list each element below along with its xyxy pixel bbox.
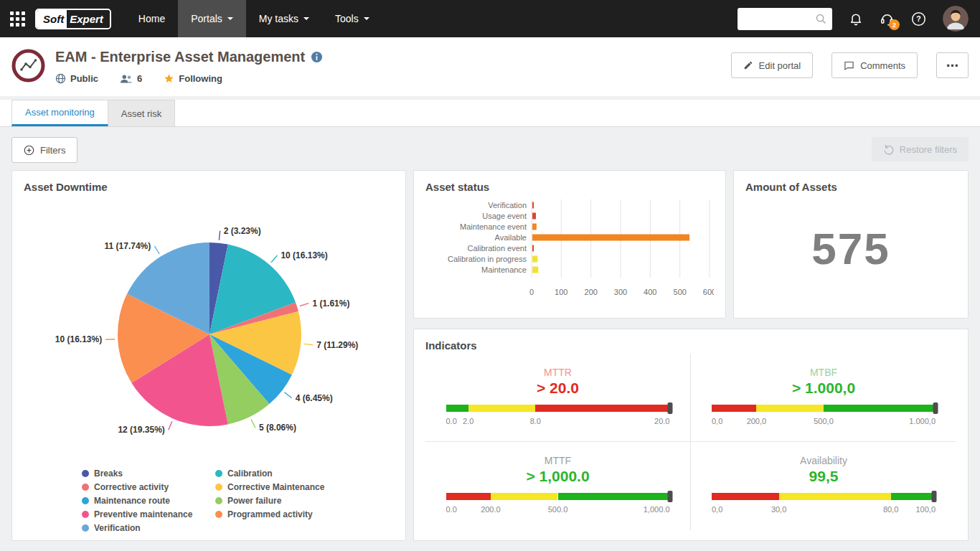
tab-asset-monitoring[interactable]: Asset monitoring — [11, 100, 108, 126]
mttr-gauge: 0.02.08.020.0 — [446, 405, 670, 427]
pie-label-line — [154, 246, 159, 254]
filters-button[interactable]: Filters — [11, 137, 77, 163]
pie-legend-column-2: CalibrationCorrective MaintenancePower f… — [215, 468, 336, 533]
portal-meta: Public 6 Following — [55, 73, 323, 84]
legend-label: Preventive maintenance — [94, 509, 192, 519]
pie-slice-value-label: 10 (16.13%) — [55, 334, 102, 344]
pie-slice-value-label: 2 (3.23%) — [224, 226, 261, 236]
indicator-value: > 20.0 — [425, 380, 690, 397]
softexpert-logo[interactable]: Soft Expert — [35, 9, 111, 29]
gauge-scale: 0.0200.0500.01,000.0 — [446, 505, 670, 515]
navbar-right: 2 ? — [738, 6, 969, 32]
pie-legend: BreaksCorrective activityMaintenance rou… — [24, 468, 394, 533]
search-box[interactable] — [738, 8, 832, 30]
legend-item-corrective-maintenance[interactable]: Corrective Maintenance — [215, 482, 336, 492]
portal-actions: Edit portal Comments ⋯ — [731, 52, 969, 78]
restore-icon — [883, 144, 894, 155]
gauge-value-marker — [933, 402, 938, 414]
menu-portals[interactable]: Portals — [178, 0, 246, 37]
user-avatar[interactable] — [943, 6, 969, 32]
legend-item-programmed-activity[interactable]: Programmed activity — [215, 509, 336, 519]
bar-calibration-in-progress[interactable] — [532, 256, 537, 263]
menu-my-tasks[interactable]: My tasks — [246, 0, 322, 37]
search-icon[interactable] — [815, 13, 826, 24]
x-axis-tick-label: 500 — [674, 288, 687, 296]
menu-tools[interactable]: Tools — [322, 0, 382, 37]
mttf-gauge: 0.0200.0500.01,000.0 — [446, 493, 670, 515]
x-axis-tick-label: 0 — [529, 288, 534, 296]
chevron-down-icon — [303, 17, 309, 20]
gauge-segment — [756, 405, 824, 412]
pie-slice-value-label: 7 (11.29%) — [316, 340, 358, 350]
gauge-tick-label: 2.0 — [463, 417, 473, 425]
legend-item-corrective-activity[interactable]: Corrective activity — [82, 482, 205, 492]
members-count: 6 — [137, 73, 142, 84]
app-launcher-icon[interactable] — [10, 11, 25, 27]
tab-asset-risk[interactable]: Asset risk — [108, 100, 175, 126]
pie-legend-column-1: BreaksCorrective activityMaintenance rou… — [82, 468, 205, 533]
comments-button[interactable]: Comments — [831, 52, 918, 78]
gauge-segment — [491, 493, 558, 500]
legend-item-power-failure[interactable]: Power failure — [215, 496, 336, 506]
restore-filters-button[interactable]: Restore filters — [872, 137, 969, 161]
bar-category-label: Calibration in progress — [448, 255, 527, 263]
x-axis-tick-label: 300 — [614, 288, 627, 296]
bar-maintenance-event[interactable] — [532, 224, 537, 230]
bar-usage-event[interactable] — [532, 213, 536, 220]
page-title-text: EAM - Enterprise Asset Management — [55, 49, 305, 65]
legend-item-calibration[interactable]: Calibration — [215, 468, 336, 479]
following-item[interactable]: Following — [164, 73, 222, 84]
menu-home[interactable]: Home — [126, 0, 178, 37]
pie-label-line — [300, 303, 309, 306]
asset-downtime-title: Asset Downtime — [24, 181, 394, 193]
legend-item-maintenance-route[interactable]: Maintenance route — [82, 496, 205, 506]
restore-filters-label: Restore filters — [900, 144, 957, 155]
asset-status-title: Asset status — [425, 181, 714, 193]
info-icon[interactable] — [311, 51, 323, 63]
legend-item-preventive-maintenance[interactable]: Preventive maintenance — [82, 509, 205, 519]
support-icon[interactable]: 2 — [880, 11, 895, 27]
search-input[interactable] — [743, 14, 815, 24]
pencil-icon — [743, 60, 753, 70]
gauge-segment — [446, 405, 468, 412]
bar-verification[interactable] — [532, 202, 534, 209]
indicator-name: MTBF — [691, 367, 956, 378]
x-axis-tick-label: 600 — [703, 288, 714, 296]
bar-maintenance[interactable] — [532, 267, 538, 273]
svg-text:?: ? — [916, 14, 920, 23]
legend-label: Maintenance route — [94, 496, 170, 506]
pie-slice-value-label: 4 (6.45%) — [296, 393, 333, 403]
pie-label-line — [284, 392, 291, 398]
help-icon[interactable]: ? — [911, 11, 926, 27]
top-navbar: Soft Expert Home Portals My tasks Tools — [0, 0, 980, 37]
gauge-tick-label: 0.0 — [446, 505, 457, 514]
main-menu: Home Portals My tasks Tools — [126, 0, 382, 37]
gauge-tick-label: 1,000.0 — [644, 505, 670, 514]
visibility-label: Public — [70, 73, 98, 84]
gauge-scale: 0,030,080,0100,0 — [712, 505, 936, 515]
portal-title-block: EAM - Enterprise Asset Management Public… — [55, 47, 323, 84]
chevron-down-icon — [364, 17, 369, 20]
portal-icon — [11, 49, 45, 85]
edit-portal-label: Edit portal — [759, 60, 801, 71]
legend-item-breaks[interactable]: Breaks — [82, 468, 205, 479]
legend-item-verification[interactable]: Verification — [82, 523, 205, 533]
x-axis-tick-label: 200 — [585, 288, 598, 296]
members-item: 6 — [120, 73, 142, 84]
legend-label: Verification — [94, 523, 141, 533]
indicator-mttr: MTTR > 20.0 0.02.08.020.0 — [425, 354, 691, 442]
pie-slice-value-label: 10 (16.13%) — [281, 250, 327, 260]
bar-available[interactable] — [532, 235, 689, 241]
notifications-bell-icon[interactable] — [849, 11, 863, 26]
more-options-button[interactable]: ⋯ — [936, 52, 969, 78]
pie-label-line — [105, 339, 115, 340]
indicator-mtbf: MTBF > 1.000,0 0,0200,0500,01.000,0 — [691, 354, 956, 442]
legend-label: Corrective Maintenance — [227, 482, 324, 492]
pie-label-line — [303, 344, 313, 344]
gauge-segment — [824, 405, 936, 412]
bar-calibration-event[interactable] — [532, 245, 534, 252]
edit-portal-button[interactable]: Edit portal — [731, 52, 814, 78]
following-label: Following — [179, 73, 222, 84]
gauge-scale: 0,0200,0500,01.000,0 — [712, 417, 936, 427]
menu-portals-label: Portals — [191, 13, 222, 24]
